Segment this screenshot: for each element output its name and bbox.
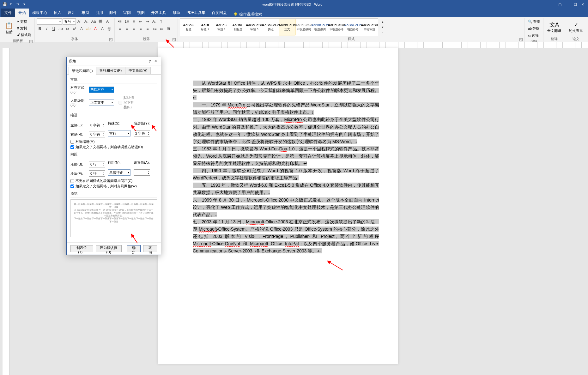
tell-me[interactable]: 💡操作说明搜索 (233, 12, 262, 17)
phonetic-icon[interactable]: 拼 (97, 18, 104, 25)
translate-button[interactable]: 文A全文翻译 (545, 20, 563, 34)
style-item[interactable]: AaBbCcDd标题 3 (246, 19, 263, 35)
cut-button[interactable]: ✂剪切 (15, 18, 33, 25)
show-marks-icon[interactable]: ¶ (158, 18, 165, 25)
tab-design[interactable]: 设计 (64, 9, 78, 17)
align-center-icon[interactable]: ≡ (124, 26, 130, 32)
vertical-ruler[interactable] (3, 48, 9, 375)
style-item[interactable]: AaBl标题 1 (197, 19, 213, 35)
tab-references[interactable]: 引用 (92, 9, 106, 17)
text-effects-icon[interactable]: A (78, 26, 85, 32)
paragraph[interactable]: 二、1982 年 WordStar 销售量超过 100 万套，MicroPro … (193, 116, 379, 145)
left-indent-spin[interactable]: 0 字符 (89, 122, 105, 128)
tabs-button[interactable]: 制表位(T)... (70, 245, 93, 252)
tab-baidu[interactable]: 百度网盘 (209, 9, 230, 17)
launcher-icon[interactable]: ↘ (29, 40, 33, 43)
undo-icon[interactable]: ↶ (9, 2, 14, 7)
help-icon[interactable]: ? (147, 59, 153, 63)
highlight-icon[interactable]: ab (85, 26, 92, 32)
default-button[interactable]: 设为默认值(D) (96, 245, 122, 252)
tab-file[interactable]: 文件 (1, 9, 15, 17)
special-combo[interactable]: 首行 (108, 130, 130, 136)
select-button[interactable]: ▭选择 (527, 32, 540, 39)
style-item[interactable]: AaBbC标题 2 (213, 19, 230, 35)
style-item[interactable]: AaBbCcDd正文 (279, 19, 295, 35)
dialog-tab-asian[interactable]: 中文版式(H) (125, 67, 151, 74)
launcher-icon[interactable]: ↘ (519, 38, 523, 41)
set-value-spin[interactable] (134, 169, 150, 176)
paragraph[interactable]: 七、2003 年 11 月 13 日，Microaoft·Office·2003… (193, 218, 379, 255)
style-item[interactable]: AaBbCcDd不明显强调 (295, 19, 312, 35)
increase-indent-icon[interactable]: ⇥ (144, 18, 151, 25)
italic-icon[interactable]: I (44, 26, 50, 32)
mirror-indent-checkbox[interactable]: 对称缩进(M) (70, 139, 157, 144)
launcher-icon[interactable]: ↘ (109, 38, 112, 41)
align-combo[interactable]: 两端对齐 (89, 87, 114, 93)
shrink-font-icon[interactable]: A↓ (83, 18, 90, 25)
tab-template[interactable]: 模板中心 (29, 9, 51, 17)
tab-mailings[interactable]: 邮件 (106, 9, 120, 17)
shading-icon[interactable]: ▭ (158, 26, 165, 32)
find-button[interactable]: 🔍查找 (527, 18, 541, 25)
qat-more-icon[interactable]: ▾ (23, 2, 28, 7)
tab-pdf[interactable]: PDF工具集 (183, 9, 209, 17)
paragraph[interactable]: 三、1983 年 1 月 1 日，微软发布 Word·For·Doa·1.0，这… (193, 145, 379, 167)
bold-icon[interactable]: B (37, 26, 43, 32)
launcher-icon[interactable]: ↘ (173, 38, 176, 41)
char-shading-icon[interactable]: A (99, 26, 106, 32)
style-item[interactable]: AaBbCcDd不明显参考 (328, 19, 345, 35)
paste-button[interactable]: 📋粘贴 (3, 21, 15, 35)
ok-button[interactable]: 确定 (127, 245, 141, 252)
tab-insert[interactable]: 插入 (51, 9, 64, 17)
paragraph[interactable]: 四、1990 年，微软公司完成了 Word 的视窗 1.0 版本开发，视窗版 W… (193, 167, 379, 182)
enclose-icon[interactable]: ㊕ (106, 26, 112, 32)
styles-down-icon[interactable]: ▼ (379, 25, 386, 30)
style-item[interactable]: AaBbCcDd书籍标题 (361, 19, 378, 35)
replace-button[interactable]: ab替换 (527, 25, 541, 32)
font-size-combo[interactable]: 五号 (63, 18, 76, 25)
tab-review[interactable]: 审阅 (120, 9, 134, 17)
snap-grid-checkbox[interactable]: 如果定义了文档网格，则对齐到网格(W) (70, 184, 157, 189)
dialog-tab-linebreak[interactable]: 换行和分页(P) (96, 67, 125, 74)
font-color-icon[interactable]: A (92, 26, 99, 32)
tab-home[interactable]: 开始 (15, 9, 29, 17)
borders-icon[interactable]: ⊞ (165, 26, 172, 32)
subscript-icon[interactable]: x₂ (64, 26, 71, 32)
bullets-icon[interactable]: •≡ (117, 18, 123, 25)
cancel-button[interactable]: 取消 (143, 245, 157, 252)
sort-icon[interactable]: A↓ (151, 18, 158, 25)
tab-view[interactable]: 视图 (134, 9, 148, 17)
space-before-spin[interactable]: 0 行 (89, 161, 105, 167)
decrease-indent-icon[interactable]: ⇤ (137, 18, 144, 25)
change-case-icon[interactable]: Aa (90, 18, 97, 25)
save-icon[interactable]: 💾 (3, 2, 7, 7)
close-icon[interactable]: ✕ (581, 3, 584, 7)
align-left-icon[interactable]: ≡ (117, 26, 123, 32)
paragraph[interactable]: 六、1999 年 8 月 30 日，· Microsoft·Office·200… (193, 197, 379, 218)
styles-more-icon[interactable]: ≡ (379, 30, 386, 35)
char-border-icon[interactable]: A (104, 18, 111, 25)
underline-icon[interactable]: U (51, 26, 57, 32)
dialog-tab-indent[interactable]: 缩进和间距(I) (69, 67, 96, 75)
paragraph[interactable]: 五、1993 年，微软又把 Word·6.0 和 Exce1·5.0 集成在 O… (193, 182, 379, 196)
tab-layout[interactable]: 布局 (78, 9, 92, 17)
paragraph[interactable]: 一、1979 年 MicroPro 公司推出字处理软件的先锋产品 WordSta… (193, 101, 379, 116)
tab-developer[interactable]: 开发工具 (148, 9, 169, 17)
no-same-space-checkbox[interactable]: 不要在相同样式的段落间增加间距(C) (70, 178, 157, 183)
grow-font-icon[interactable]: A↑ (76, 18, 83, 25)
style-item[interactable]: AaBbC副标题 (230, 19, 246, 35)
font-name-combo[interactable] (37, 18, 62, 25)
right-indent-spin[interactable]: 0 字符 (89, 131, 105, 137)
justify-icon[interactable]: ≡ (137, 26, 144, 32)
dialog-titlebar[interactable]: 段落 ? ✕ (67, 57, 161, 65)
style-item[interactable]: AaBbC标题 (180, 19, 197, 35)
style-item[interactable]: AaBbCcDd要点 (263, 19, 279, 35)
superscript-icon[interactable]: x² (71, 26, 78, 32)
format-painter-button[interactable]: 🖌格式刷 (15, 32, 33, 38)
thesis-check-button[interactable]: ✓论文查重 (567, 20, 585, 34)
redo-icon[interactable]: ↷ (16, 2, 21, 7)
minimize-icon[interactable]: — (566, 3, 569, 7)
close-icon[interactable]: ✕ (153, 59, 158, 63)
auto-adjust-checkbox[interactable]: 如果定义了文档网格，则自动调整右缩进(D) (70, 145, 157, 149)
line-spacing-icon[interactable]: ↕≡ (151, 26, 158, 32)
